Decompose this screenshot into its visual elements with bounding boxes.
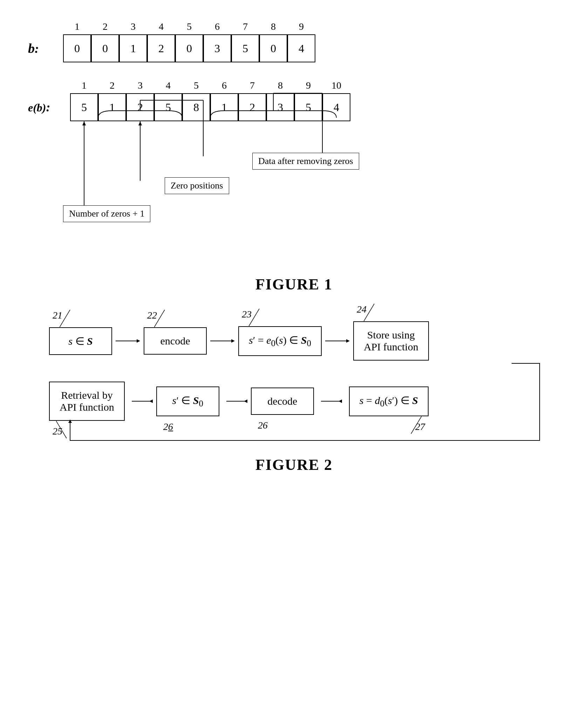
eb-cell-1: 5 <box>70 93 98 121</box>
eb-index-8: 8 <box>266 80 294 91</box>
svg-marker-18 <box>346 339 350 343</box>
node-23-box: s′ = e0(s) ∈ S0 <box>238 326 322 356</box>
array-b-indices: 1 2 3 4 5 6 7 8 9 <box>28 21 560 32</box>
svg-marker-15 <box>231 339 235 343</box>
figure1-container: 1 2 3 4 5 6 7 8 9 b: 0 0 1 2 0 3 5 0 4 1 <box>28 21 560 254</box>
b-index-5: 5 <box>175 21 203 32</box>
b-cell-7: 5 <box>231 34 259 62</box>
b-cell-8: 0 <box>259 34 287 62</box>
svg-marker-12 <box>137 339 140 343</box>
b-cell-6: 3 <box>203 34 231 62</box>
arrow-23-24 <box>325 337 350 344</box>
svg-marker-1 <box>82 121 86 125</box>
eb-cell-4: 5 <box>154 93 182 121</box>
eb-index-6: 6 <box>210 80 238 91</box>
data-after-box: Data after removing zeros <box>252 153 359 170</box>
node-24-box: Store using API function <box>353 321 429 361</box>
arrow-26-266 <box>223 398 247 405</box>
eb-index-7: 7 <box>238 80 266 91</box>
node-26-number: 26 <box>163 421 173 432</box>
figure1-caption: FIGURE 1 <box>28 275 560 293</box>
zeros-plus-1-box: Number of zeros + 1 <box>63 205 150 222</box>
svg-line-20 <box>411 416 422 434</box>
svg-line-27 <box>56 421 67 438</box>
b-index-6: 6 <box>203 21 231 32</box>
b-cell-2: 0 <box>91 34 119 62</box>
b-index-3: 3 <box>119 21 147 32</box>
node-22-box: encode <box>144 327 207 355</box>
eb-index-2: 2 <box>98 80 126 91</box>
b-index-4: 4 <box>147 21 175 32</box>
arrow-22-23 <box>210 337 235 344</box>
array-eb-row: e(b): 5 1 2 5 8 1 2 3 5 4 <box>28 93 560 121</box>
node-22-arrow <box>154 310 168 327</box>
eb-index-9: 9 <box>294 80 322 91</box>
figure1-arrows-svg <box>28 121 554 254</box>
node-266-number: 26 <box>258 420 268 431</box>
eb-cell-6: 1 <box>210 93 238 121</box>
b-cell-3: 1 <box>119 34 147 62</box>
b-cell-5: 0 <box>175 34 203 62</box>
node-24-arrow <box>364 304 378 321</box>
node-27-box: s = d0(s′) ∈ S <box>349 386 429 416</box>
node-21-arrow <box>60 310 74 327</box>
eb-index-1: 1 <box>70 80 98 91</box>
eb-cell-7: 2 <box>238 93 266 121</box>
eb-index-4: 4 <box>154 80 182 91</box>
array-eb-label: e(b): <box>28 100 70 115</box>
zero-positions-box: Zero positions <box>165 177 229 194</box>
node-26-box: s′ ∈ S0 <box>156 386 219 416</box>
svg-marker-3 <box>138 121 142 125</box>
array-b-label: b: <box>28 41 63 56</box>
eb-cell-2: 1 <box>98 93 126 121</box>
figure2-caption: FIGURE 2 <box>28 456 560 474</box>
node-decode-box: decode <box>251 388 314 415</box>
b-index-1: 1 <box>63 21 91 32</box>
eb-cell-5: 8 <box>182 93 210 121</box>
arrow-25-26 <box>128 398 153 405</box>
figure2-container: 21 s ∈ S 22 <box>28 321 560 421</box>
svg-marker-24 <box>244 399 247 403</box>
b-cell-4: 2 <box>147 34 175 62</box>
eb-cell-9: 5 <box>294 93 322 121</box>
eb-index-5: 5 <box>182 80 210 91</box>
svg-marker-26 <box>149 399 153 403</box>
svg-marker-22 <box>339 399 342 403</box>
b-index-9: 9 <box>287 21 315 32</box>
svg-line-10 <box>60 310 70 327</box>
node-27-arrow <box>408 416 422 434</box>
flow-bottom-row: 27 s = d0(s′) ∈ S 26 de <box>49 382 560 421</box>
node-21-box: s ∈ S <box>49 327 112 355</box>
node-23-arrow <box>249 309 263 326</box>
svg-line-16 <box>249 309 259 326</box>
b-cell-9: 4 <box>287 34 315 62</box>
arrow-21-22 <box>116 337 140 344</box>
flow-top-row: 21 s ∈ S 22 <box>49 321 560 361</box>
b-index-8: 8 <box>259 21 287 32</box>
eb-index-3: 3 <box>126 80 154 91</box>
page: 1 2 3 4 5 6 7 8 9 b: 0 0 1 2 0 3 5 0 4 1 <box>0 0 588 712</box>
eb-cell-8: 3 <box>266 93 294 121</box>
array-eb-indices: 1 2 3 4 5 6 7 8 9 10 <box>28 80 560 91</box>
node-25-box: Retrieval by API function <box>49 382 125 421</box>
arrow-266-27 <box>317 398 342 405</box>
b-index-7: 7 <box>231 21 259 32</box>
b-cell-1: 0 <box>63 34 91 62</box>
node-25-arrow <box>56 421 70 438</box>
b-index-2: 2 <box>91 21 119 32</box>
svg-line-19 <box>364 304 374 321</box>
eb-index-10: 10 <box>322 80 350 91</box>
array-b-row: b: 0 0 1 2 0 3 5 0 4 <box>28 34 560 62</box>
svg-line-13 <box>154 310 165 327</box>
